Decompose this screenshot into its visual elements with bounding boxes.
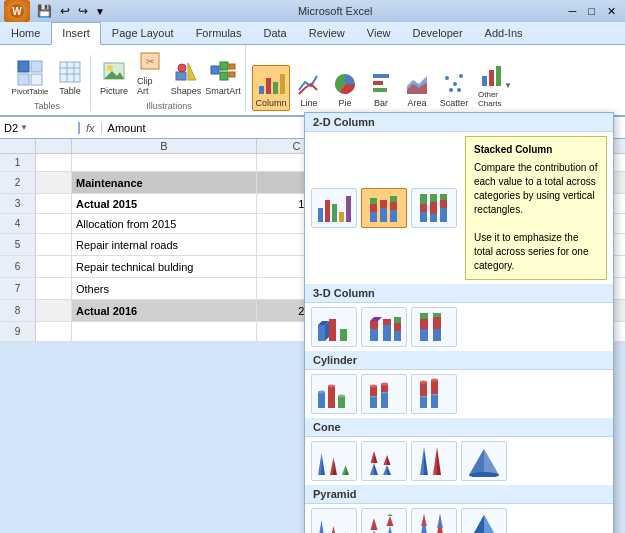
cell-b7[interactable]: Others bbox=[72, 278, 257, 299]
svg-rect-83 bbox=[433, 313, 441, 317]
svg-marker-118 bbox=[384, 455, 388, 465]
tab-view[interactable]: View bbox=[356, 22, 402, 44]
pivottable-button[interactable]: PivotTable bbox=[8, 56, 52, 99]
col-header-b[interactable]: B bbox=[72, 139, 257, 153]
shapes-button[interactable]: Shapes bbox=[169, 55, 203, 99]
svg-marker-107 bbox=[321, 453, 325, 475]
cone-clustered-btn[interactable] bbox=[311, 441, 357, 481]
pie-chart-icon bbox=[333, 68, 357, 98]
pie-chart-button[interactable]: Pie bbox=[328, 65, 362, 111]
cell-b6[interactable]: Repair technical bulding bbox=[72, 256, 257, 277]
3d-100pct-btn[interactable] bbox=[411, 307, 457, 347]
illustrations-buttons: Picture ✂ Clip Art Shapes bbox=[97, 45, 241, 99]
svg-rect-102 bbox=[431, 394, 438, 408]
col-header-a[interactable] bbox=[36, 139, 72, 153]
tab-addins[interactable]: Add-Ins bbox=[474, 22, 534, 44]
cyl-stacked-btn[interactable] bbox=[361, 374, 407, 414]
svg-marker-134 bbox=[387, 514, 393, 516]
tab-review[interactable]: Review bbox=[298, 22, 356, 44]
column-chart-icon bbox=[257, 68, 285, 98]
cell-a4[interactable] bbox=[36, 214, 72, 233]
svg-rect-81 bbox=[433, 329, 441, 341]
tab-developer[interactable]: Developer bbox=[401, 22, 473, 44]
pyr-stacked-btn[interactable] bbox=[361, 508, 407, 533]
svg-rect-94 bbox=[381, 392, 388, 408]
cell-a7[interactable] bbox=[36, 278, 72, 299]
ribbon-group-charts: Column Line Pie bbox=[248, 57, 522, 111]
table-button[interactable]: Table bbox=[54, 55, 86, 99]
pyr-3d-btn[interactable] bbox=[461, 508, 507, 533]
cell-a3[interactable] bbox=[36, 194, 72, 213]
pyr-100pct-btn[interactable] bbox=[411, 508, 457, 533]
pyr-clustered-btn[interactable] bbox=[311, 508, 357, 533]
redo-icon[interactable]: ↪ bbox=[75, 3, 91, 19]
bar-chart-button[interactable]: Bar bbox=[364, 65, 398, 111]
cell-a6[interactable] bbox=[36, 256, 72, 277]
cell-b9[interactable] bbox=[72, 322, 257, 341]
tab-page-layout[interactable]: Page Layout bbox=[101, 22, 185, 44]
scatter-chart-button[interactable]: Scatter bbox=[436, 65, 472, 111]
cone-stacked-btn[interactable] bbox=[361, 441, 407, 481]
cone-100pct-btn[interactable] bbox=[411, 441, 457, 481]
clustered-column-btn[interactable] bbox=[311, 188, 357, 228]
100pct-stacked-column-btn[interactable] bbox=[411, 188, 457, 228]
maximize-icon[interactable]: □ bbox=[583, 5, 600, 18]
svg-rect-65 bbox=[318, 325, 325, 341]
line-chart-button[interactable]: Line bbox=[292, 65, 326, 111]
svg-rect-50 bbox=[370, 198, 377, 204]
svg-point-34 bbox=[445, 76, 449, 80]
window-title: Microsoft Excel bbox=[107, 5, 564, 17]
cell-b5[interactable]: Repair internal roads bbox=[72, 234, 257, 255]
cyl-100pct-btn[interactable] bbox=[411, 374, 457, 414]
3d-clustered-btn[interactable] bbox=[311, 307, 357, 347]
cell-b3[interactable]: Actual 2015 bbox=[72, 194, 257, 213]
svg-point-93 bbox=[370, 385, 377, 388]
tab-home[interactable]: Home bbox=[0, 22, 51, 44]
close-icon[interactable]: ✕ bbox=[602, 5, 621, 18]
cyl-clustered-btn[interactable] bbox=[311, 374, 357, 414]
svg-rect-77 bbox=[394, 317, 401, 323]
svg-rect-90 bbox=[370, 396, 377, 408]
cell-a5[interactable] bbox=[36, 234, 72, 255]
svg-marker-110 bbox=[342, 465, 346, 475]
undo-icon[interactable]: ↩ bbox=[57, 3, 73, 19]
svg-rect-2 bbox=[18, 61, 29, 72]
svg-rect-75 bbox=[394, 331, 401, 341]
minimize-icon[interactable]: ─ bbox=[564, 5, 582, 18]
office-button[interactable]: W bbox=[4, 0, 30, 22]
cell-b4[interactable]: Allocation from 2015 bbox=[72, 214, 257, 233]
save-icon[interactable]: 💾 bbox=[34, 3, 55, 19]
cell-a8[interactable] bbox=[36, 300, 72, 321]
customize-icon[interactable]: ▼ bbox=[93, 5, 107, 18]
svg-rect-63 bbox=[440, 200, 447, 208]
bar-chart-label: Bar bbox=[374, 98, 388, 108]
cell-b2[interactable]: Maintenance bbox=[72, 172, 257, 193]
other-charts-button[interactable]: ▼ Other Charts bbox=[474, 57, 518, 111]
cell-reference: D2 bbox=[4, 122, 18, 134]
cell-b1[interactable] bbox=[72, 154, 257, 171]
tab-data[interactable]: Data bbox=[252, 22, 297, 44]
picture-button[interactable]: Picture bbox=[97, 55, 131, 99]
svg-rect-60 bbox=[430, 202, 437, 214]
cell-a1[interactable] bbox=[36, 154, 72, 171]
svg-rect-47 bbox=[346, 196, 351, 222]
formula-fx: fx bbox=[80, 122, 102, 134]
cell-a9[interactable] bbox=[36, 322, 72, 341]
cell-b8[interactable]: Actual 2016 bbox=[72, 300, 257, 321]
name-box[interactable]: D2 ▼ bbox=[0, 122, 80, 134]
3d-stacked-btn[interactable] bbox=[361, 307, 407, 347]
clipart-button[interactable]: ✂ Clip Art bbox=[133, 45, 167, 99]
area-chart-button[interactable]: Area bbox=[400, 65, 434, 111]
name-box-dropdown[interactable]: ▼ bbox=[20, 123, 28, 132]
cell-a2[interactable] bbox=[36, 172, 72, 193]
column-chart-button[interactable]: Column bbox=[252, 65, 290, 111]
svg-rect-79 bbox=[420, 319, 428, 329]
cone-3d-btn[interactable] bbox=[461, 441, 507, 481]
row-num-2: 2 bbox=[0, 172, 36, 193]
svg-rect-4 bbox=[18, 74, 29, 85]
smartart-button[interactable]: SmartArt bbox=[205, 55, 241, 99]
tab-insert[interactable]: Insert bbox=[51, 22, 101, 45]
svg-rect-49 bbox=[370, 204, 377, 212]
tab-formulas[interactable]: Formulas bbox=[185, 22, 253, 44]
stacked-column-btn[interactable] bbox=[361, 188, 407, 228]
